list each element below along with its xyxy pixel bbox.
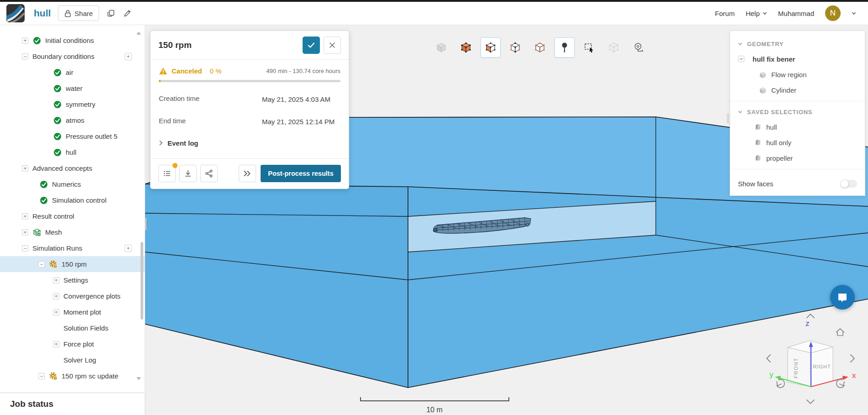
gizmo-home-button[interactable] <box>836 329 844 336</box>
sidebar-scrollbar[interactable] <box>141 242 143 320</box>
tree-item-hull[interactable]: hull <box>0 144 145 160</box>
share-run-button[interactable] <box>200 165 218 182</box>
account-chevron-down-icon[interactable] <box>852 11 856 16</box>
toolbar-cube-solid-orange-icon[interactable] <box>456 37 476 58</box>
toolbar-cube-vertex-select-icon[interactable] <box>505 37 525 58</box>
saved-selections-header[interactable]: SAVED SELECTIONS <box>730 105 865 119</box>
geometry-panel: GEOMETRY hull fix bener Flow region Cyli… <box>730 31 865 196</box>
tree-item-atmos[interactable]: atmos <box>0 112 145 128</box>
add-boundary-condition-button[interactable] <box>125 53 132 60</box>
toolbar-measure-tape-icon[interactable] <box>628 37 648 58</box>
toolbar-cube-hidden-disabled-icon[interactable] <box>604 37 624 58</box>
orientation-gizmo[interactable]: FRONT RIGHT z y x <box>759 309 862 409</box>
toolbar-cube-face-select-icon[interactable] <box>481 37 501 58</box>
warning-icon <box>159 67 167 75</box>
gizmo-roll-ccw-button[interactable] <box>777 379 784 388</box>
tree-item-boundary-conditions[interactable]: Boundary conditions <box>0 48 145 64</box>
toolbar-cube-solid-gray-icon[interactable] <box>431 37 451 58</box>
expand-toggle[interactable] <box>22 37 28 44</box>
tree-item-solution-fields[interactable]: Solution Fields <box>0 320 145 336</box>
geometry-item-flow-region[interactable]: Flow region <box>730 67 865 82</box>
expand-toggle[interactable] <box>53 277 59 284</box>
download-button[interactable] <box>179 165 197 182</box>
tree-item-force-plot[interactable]: Force plot <box>0 336 145 352</box>
collapse-toggle[interactable] <box>38 373 45 379</box>
expand-toggle[interactable] <box>22 165 28 172</box>
expand-toggle[interactable] <box>53 341 59 347</box>
saved-selection-hull-only[interactable]: hull only <box>730 135 865 150</box>
tree-item-result-control[interactable]: Result control <box>0 208 145 224</box>
tree-item-simulation-runs[interactable]: Simulation Runs <box>0 240 145 256</box>
edit-pencil-icon[interactable] <box>123 9 132 18</box>
expand-toggle[interactable] <box>22 213 28 220</box>
tree-item-simulation-control[interactable]: Simulation control <box>0 192 145 208</box>
project-title: hull <box>34 8 51 19</box>
duplicate-icon[interactable] <box>106 9 115 18</box>
gizmo-tilt-up-button[interactable] <box>807 314 814 318</box>
nav-help[interactable]: Help <box>746 10 767 17</box>
job-status-bar[interactable]: Job status <box>0 393 145 415</box>
expand-toggle[interactable] <box>53 293 59 299</box>
saved-selection-hull[interactable]: hull <box>730 119 865 135</box>
tree-item-numerics[interactable]: Numerics <box>0 176 145 192</box>
tree-item-150-rpm[interactable]: 150 rpm <box>0 256 145 272</box>
collapse-toggle[interactable] <box>22 245 28 252</box>
app-logo[interactable] <box>6 4 25 22</box>
tree-item-label: Simulation control <box>52 196 106 204</box>
collapse-toggle[interactable] <box>738 56 744 62</box>
share-button[interactable]: Share <box>58 5 99 21</box>
support-chat-button[interactable] <box>830 285 855 310</box>
toolbar-probe-point-icon[interactable] <box>554 37 575 58</box>
tree-item-symmetry[interactable]: symmetry <box>0 96 145 112</box>
tree-item-initial-conditions[interactable]: Initial conditions <box>0 32 145 48</box>
tree-item-moment-plot[interactable]: Moment plot <box>0 304 145 320</box>
field-value: May 21, 2025 4:03 AM <box>262 95 340 105</box>
gizmo-rotate-right-button[interactable] <box>851 355 854 362</box>
tree-item-label: Initial conditions <box>45 37 94 44</box>
geometry-item-cylinder[interactable]: Cylinder <box>730 82 865 98</box>
collapse-toggle[interactable] <box>22 53 28 60</box>
tree-item-solver-log[interactable]: Solver Log <box>0 352 145 368</box>
expand-toggle[interactable] <box>53 309 59 315</box>
gizmo-rotate-left-button[interactable] <box>767 355 770 362</box>
user-name[interactable]: Muhammad <box>778 10 814 17</box>
expand-toggle[interactable] <box>22 229 28 236</box>
event-list-button[interactable] <box>158 165 176 182</box>
post-process-results-button[interactable]: Post-process results <box>261 165 341 182</box>
window-top-strip <box>0 0 868 2</box>
tree-item-label: Simulation Runs <box>32 244 82 252</box>
tree-item-air[interactable]: air <box>0 64 145 80</box>
lock-icon <box>64 10 71 17</box>
close-button[interactable] <box>324 37 341 54</box>
tree-item-pressure-outlet-5[interactable]: Pressure outlet 5 <box>0 128 145 144</box>
show-faces-toggle[interactable] <box>841 180 857 188</box>
tree-item-150-rpm-sc-update[interactable]: 150 rpm sc update <box>0 368 145 383</box>
simulation-tree-sidebar: Initial conditions Boundary conditions a… <box>0 25 145 415</box>
check-icon <box>53 100 62 109</box>
tree-item-mesh[interactable]: Mesh <box>0 224 145 240</box>
geometry-root-item[interactable]: hull fix bener <box>730 51 865 67</box>
toolbar-box-select-icon[interactable] <box>579 37 599 58</box>
sidebar-resize-handle[interactable] <box>145 218 146 230</box>
gizmo-roll-cw-button[interactable] <box>837 379 844 388</box>
tree-item-convergence-plots[interactable]: Convergence plots <box>0 288 145 304</box>
confirm-button[interactable] <box>303 37 320 54</box>
toolbar-cube-edge-select-icon[interactable] <box>530 37 550 58</box>
saved-selection-propeller[interactable]: propeller <box>730 150 865 166</box>
collapse-toggle[interactable] <box>38 261 45 268</box>
tree-item-advanced-concepts[interactable]: Advanced concepts <box>0 160 145 176</box>
right-panel-resize-handle[interactable] <box>727 113 729 123</box>
field-label: End time <box>159 117 186 127</box>
tree-item-settings[interactable]: Settings <box>0 272 145 288</box>
gizmo-tilt-down-button[interactable] <box>807 400 814 404</box>
scroll-down-indicator[interactable] <box>136 377 141 380</box>
event-log-expander[interactable]: Event log <box>159 139 340 147</box>
tree-item-water[interactable]: water <box>0 80 145 96</box>
expand-actions-button[interactable] <box>239 165 256 182</box>
nav-forum[interactable]: Forum <box>715 10 735 17</box>
avatar[interactable]: N <box>825 5 841 21</box>
gizmo-cube[interactable]: FRONT RIGHT <box>788 341 833 387</box>
add-simulation-run-button[interactable] <box>125 245 132 252</box>
notification-dot <box>173 163 178 168</box>
geometry-section-header[interactable]: GEOMETRY <box>730 37 865 51</box>
